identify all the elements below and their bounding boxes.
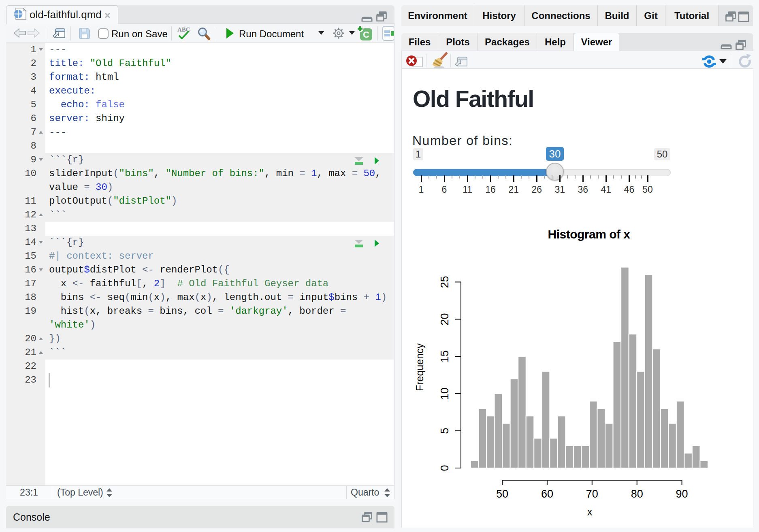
svg-text:80: 80	[631, 488, 643, 500]
svg-text:60: 60	[541, 488, 553, 500]
svg-text:C: C	[363, 30, 369, 40]
svg-text:Frequency: Frequency	[414, 343, 425, 391]
svg-text:10: 10	[439, 387, 451, 400]
svg-text:Histogram of x: Histogram of x	[548, 228, 630, 241]
svg-text:70: 70	[586, 488, 598, 500]
svg-text:25: 25	[439, 276, 451, 288]
svg-text:20: 20	[439, 313, 451, 325]
svg-text:5: 5	[439, 428, 451, 434]
svg-text:90: 90	[676, 488, 688, 500]
svg-text:50: 50	[496, 488, 508, 500]
svg-text:15: 15	[439, 350, 451, 362]
svg-text:0: 0	[439, 465, 451, 471]
svg-text:x: x	[587, 506, 593, 517]
